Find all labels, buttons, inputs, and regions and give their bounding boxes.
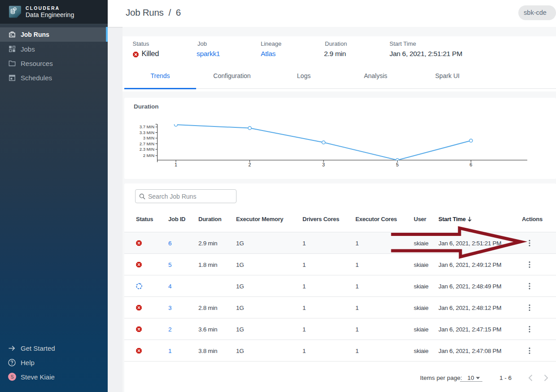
svg-text:2.3 MIN: 2.3 MIN <box>140 147 154 152</box>
svg-text:2: 2 <box>249 162 251 167</box>
svg-text:S: S <box>11 375 14 379</box>
svg-text:2.7 MIN: 2.7 MIN <box>140 141 154 146</box>
svg-text:3: 3 <box>322 162 325 167</box>
svg-text:6: 6 <box>470 162 473 167</box>
svg-text:3.7 MIN: 3.7 MIN <box>140 124 154 129</box>
svg-text:3 MIN: 3 MIN <box>143 135 154 140</box>
svg-text:1: 1 <box>175 162 177 167</box>
svg-text:5: 5 <box>396 162 399 167</box>
svg-text:3.3 MIN: 3.3 MIN <box>140 130 154 135</box>
svg-text:2 MIN: 2 MIN <box>143 153 154 158</box>
